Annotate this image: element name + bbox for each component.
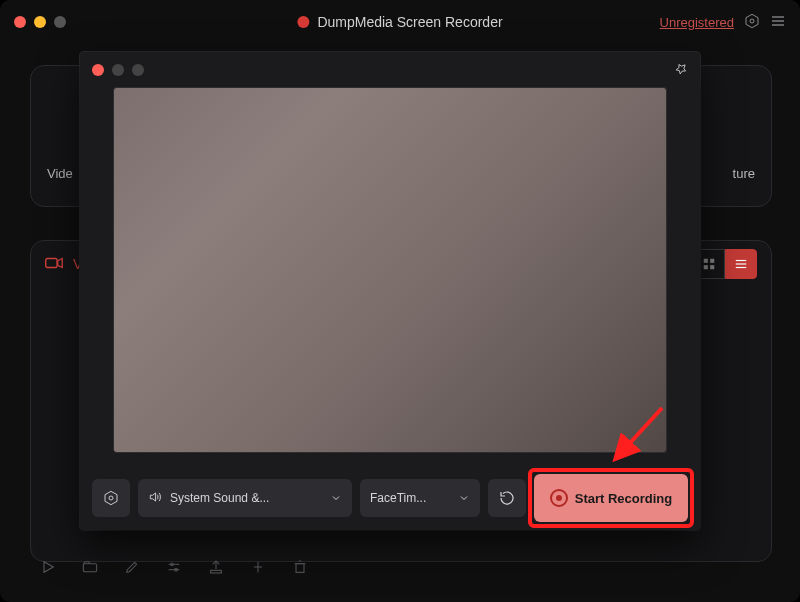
zoom-button[interactable]	[54, 16, 66, 28]
audio-source-label: System Sound &...	[170, 491, 269, 505]
mode-label-left: Vide	[47, 166, 73, 181]
svg-marker-28	[150, 492, 155, 500]
pin-icon[interactable]	[674, 62, 688, 79]
play-icon[interactable]	[40, 559, 56, 578]
start-recording-button[interactable]: Start Recording	[534, 474, 688, 522]
svg-point-1	[750, 19, 754, 23]
svg-marker-6	[58, 258, 63, 267]
svg-rect-7	[704, 259, 708, 263]
start-recording-label: Start Recording	[575, 491, 673, 506]
close-button[interactable]	[14, 16, 26, 28]
camera-source-label: FaceTim...	[370, 491, 426, 505]
list-view-button[interactable]	[725, 249, 757, 279]
svg-marker-26	[105, 491, 117, 504]
minimize-button[interactable]	[34, 16, 46, 28]
overlay-controls: System Sound &... FaceTim...	[80, 474, 700, 522]
record-icon	[297, 16, 309, 28]
view-toggle	[693, 249, 757, 279]
overlay-titlebar	[80, 52, 700, 88]
refresh-button[interactable]	[488, 479, 526, 517]
overlay-zoom-button[interactable]	[132, 64, 144, 76]
preview-wrap	[80, 88, 700, 452]
chevron-down-icon	[458, 492, 470, 504]
folder-icon[interactable]	[82, 559, 98, 578]
delete-icon[interactable]	[292, 559, 308, 578]
app-title: DumpMedia Screen Recorder	[297, 14, 502, 30]
svg-rect-10	[710, 265, 714, 269]
overlay-traffic-lights	[92, 64, 144, 76]
camera-source-dropdown[interactable]: FaceTim...	[360, 479, 480, 517]
rename-icon[interactable]	[250, 559, 266, 578]
overlay-settings-button[interactable]	[92, 479, 130, 517]
svg-rect-9	[704, 265, 708, 269]
overlay-close-button[interactable]	[92, 64, 104, 76]
svg-rect-20	[211, 570, 222, 573]
svg-rect-15	[83, 564, 96, 572]
camera-preview	[114, 88, 666, 452]
overlay-minimize-button[interactable]	[112, 64, 124, 76]
adjust-icon[interactable]	[166, 559, 182, 578]
svg-rect-8	[710, 259, 714, 263]
menu-icon[interactable]	[770, 13, 786, 32]
svg-marker-14	[44, 562, 53, 573]
chevron-down-icon	[330, 492, 342, 504]
settings-icon[interactable]	[744, 13, 760, 32]
recorder-overlay: System Sound &... FaceTim...	[80, 52, 700, 530]
traffic-lights	[14, 16, 66, 28]
app-window: DumpMedia Screen Recorder Unregistered V…	[0, 0, 800, 602]
titlebar: DumpMedia Screen Recorder Unregistered	[0, 0, 800, 44]
app-title-text: DumpMedia Screen Recorder	[317, 14, 502, 30]
camera-icon	[45, 256, 63, 273]
edit-icon[interactable]	[124, 559, 140, 578]
svg-rect-23	[296, 564, 304, 573]
mode-label-right: ture	[733, 166, 755, 181]
speaker-icon	[148, 490, 162, 507]
bottom-toolbar	[40, 559, 308, 578]
export-icon[interactable]	[208, 559, 224, 578]
svg-marker-0	[746, 14, 758, 27]
svg-rect-5	[46, 258, 57, 267]
record-icon	[550, 489, 568, 507]
audio-source-dropdown[interactable]: System Sound &...	[138, 479, 352, 517]
registration-link[interactable]: Unregistered	[660, 15, 734, 30]
svg-point-27	[109, 496, 113, 500]
